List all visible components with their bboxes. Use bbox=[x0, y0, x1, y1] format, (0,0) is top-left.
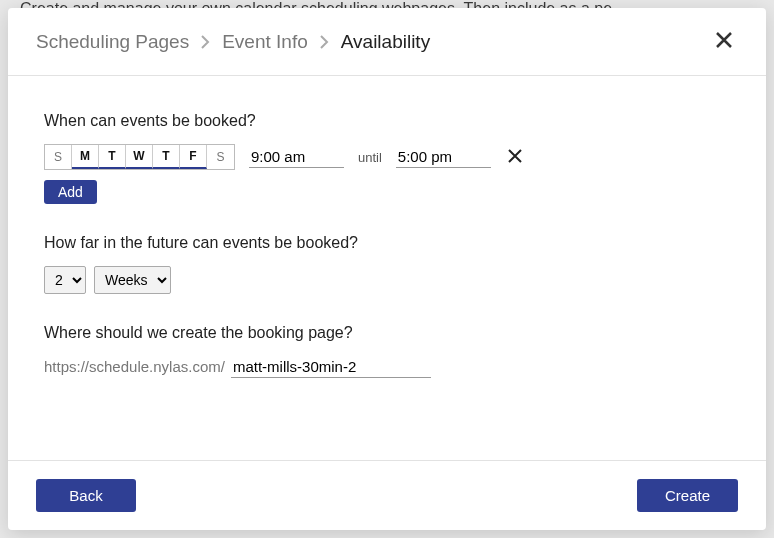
day-cell-1[interactable]: M bbox=[72, 145, 99, 169]
close-icon bbox=[714, 30, 734, 53]
section-label-future: How far in the future can events be book… bbox=[44, 234, 730, 252]
day-cell-3[interactable]: W bbox=[126, 145, 153, 169]
breadcrumb: Scheduling Pages Event Info Availability bbox=[36, 31, 430, 53]
breadcrumb-scheduling-pages[interactable]: Scheduling Pages bbox=[36, 31, 189, 53]
section-url: Where should we create the booking page?… bbox=[44, 324, 730, 378]
until-label: until bbox=[358, 150, 382, 165]
url-slug-input[interactable] bbox=[231, 356, 431, 378]
start-time-input[interactable] bbox=[249, 146, 344, 168]
section-future: How far in the future can events be book… bbox=[44, 234, 730, 294]
back-button[interactable]: Back bbox=[36, 479, 136, 512]
section-availability: When can events be booked? SMTWTFS until… bbox=[44, 112, 730, 204]
create-button[interactable]: Create bbox=[637, 479, 738, 512]
breadcrumb-event-info[interactable]: Event Info bbox=[222, 31, 308, 53]
chevron-right-icon bbox=[201, 35, 210, 49]
day-cell-6[interactable]: S bbox=[207, 145, 234, 169]
day-cell-2[interactable]: T bbox=[99, 145, 126, 169]
modal-footer: Back Create bbox=[8, 460, 766, 530]
chevron-right-icon bbox=[320, 35, 329, 49]
future-unit-select[interactable]: Weeks bbox=[94, 266, 171, 294]
remove-time-button[interactable] bbox=[505, 146, 525, 169]
future-row: 2 Weeks bbox=[44, 266, 730, 294]
end-time-input[interactable] bbox=[396, 146, 491, 168]
section-label-booked: When can events be booked? bbox=[44, 112, 730, 130]
close-button[interactable] bbox=[710, 26, 738, 57]
future-count-select[interactable]: 2 bbox=[44, 266, 86, 294]
availability-modal: Scheduling Pages Event Info Availability… bbox=[8, 8, 766, 530]
close-icon bbox=[507, 148, 523, 167]
url-row: https://schedule.nylas.com/ bbox=[44, 356, 730, 378]
breadcrumb-current: Availability bbox=[341, 31, 430, 53]
url-prefix: https://schedule.nylas.com/ bbox=[44, 358, 225, 375]
day-cell-5[interactable]: F bbox=[180, 145, 207, 169]
availability-row: SMTWTFS until bbox=[44, 144, 730, 170]
modal-header: Scheduling Pages Event Info Availability bbox=[8, 8, 766, 76]
modal-body: When can events be booked? SMTWTFS until… bbox=[8, 76, 766, 460]
day-cell-4[interactable]: T bbox=[153, 145, 180, 169]
day-picker: SMTWTFS bbox=[44, 144, 235, 170]
add-button[interactable]: Add bbox=[44, 180, 97, 204]
section-label-url: Where should we create the booking page? bbox=[44, 324, 730, 342]
day-cell-0[interactable]: S bbox=[45, 145, 72, 169]
